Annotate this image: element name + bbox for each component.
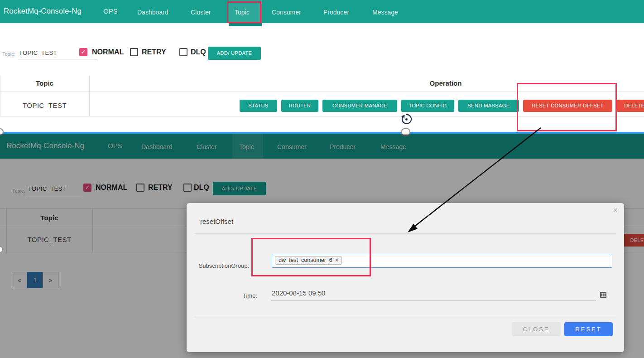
- topic-column-header: Topic: [0, 79, 89, 87]
- time-value[interactable]: 2020-08-15 09:50: [272, 289, 325, 297]
- nav-item-dashboard[interactable]: Dashboard: [137, 9, 168, 16]
- modal-reset-button[interactable]: RESET: [564, 322, 613, 336]
- topic-field-value[interactable]: TOPIC_TEST: [19, 49, 57, 56]
- add-update-button[interactable]: ADD/ UPDATE: [208, 47, 261, 60]
- annotation-arrow: [399, 121, 548, 239]
- consumer-manage-button[interactable]: CONSUMER MANAGE: [322, 100, 397, 112]
- topic-input-underline[interactable]: [18, 59, 97, 59]
- app-brand: RocketMq-Console-Ng: [4, 7, 82, 16]
- modal-footer-divider: [195, 316, 616, 316]
- send-message-button[interactable]: SEND MASSAGE: [458, 100, 519, 112]
- dlq-checkbox-label: DLQ: [191, 48, 206, 56]
- normal-checkbox[interactable]: ✓: [79, 48, 87, 56]
- delete-button[interactable]: DELETE: [616, 100, 644, 112]
- annotation-box-topic-tab: [227, 1, 261, 23]
- retry-checkbox-label: RETRY: [142, 48, 166, 56]
- status-button[interactable]: STATUS: [240, 100, 277, 112]
- nav-item-cluster[interactable]: Cluster: [191, 9, 211, 16]
- topic-config-button[interactable]: TOPIC CONFIG: [401, 100, 454, 112]
- subscription-group-label: SubscriptionGroup:: [187, 262, 249, 269]
- nav-item-producer[interactable]: Producer: [323, 9, 349, 16]
- nav-item-ops[interactable]: OPS: [103, 7, 118, 15]
- normal-checkbox-label: NORMAL: [92, 48, 124, 56]
- nav-item-message[interactable]: Message: [372, 9, 398, 16]
- retry-checkbox[interactable]: [130, 48, 138, 56]
- table-border: [89, 75, 90, 116]
- annotation-box-subscription-group: [251, 238, 371, 276]
- table-row-topic-cell: TOPIC_TEST: [0, 102, 89, 109]
- active-tab-extension: [229, 23, 262, 26]
- calendar-icon[interactable]: [600, 291, 607, 298]
- modal-title: resetOffset: [200, 218, 233, 225]
- close-icon[interactable]: ×: [613, 206, 618, 215]
- operation-column-header: Operation: [400, 79, 491, 87]
- screenshot-root: RocketMq-Console-Ng OPS Dashboard Cluste…: [0, 0, 644, 358]
- modal-close-button[interactable]: CLOSE: [512, 322, 561, 336]
- nav-item-consumer[interactable]: Consumer: [272, 9, 301, 16]
- time-label: Time:: [187, 292, 257, 299]
- topic-field-label: Topic:: [2, 51, 15, 57]
- table-border: [0, 75, 644, 75]
- dlq-checkbox[interactable]: [179, 48, 187, 56]
- time-input-underline[interactable]: [271, 300, 596, 301]
- router-button[interactable]: ROUTER: [281, 100, 318, 112]
- top-navbar: RocketMq-Console-Ng OPS Dashboard Cluste…: [0, 0, 644, 23]
